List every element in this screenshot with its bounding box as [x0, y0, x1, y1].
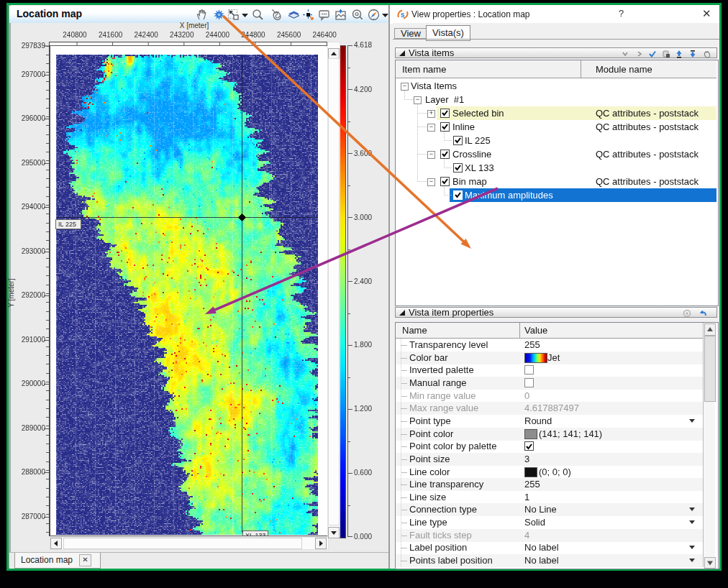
- svg-text:s: s: [401, 11, 405, 19]
